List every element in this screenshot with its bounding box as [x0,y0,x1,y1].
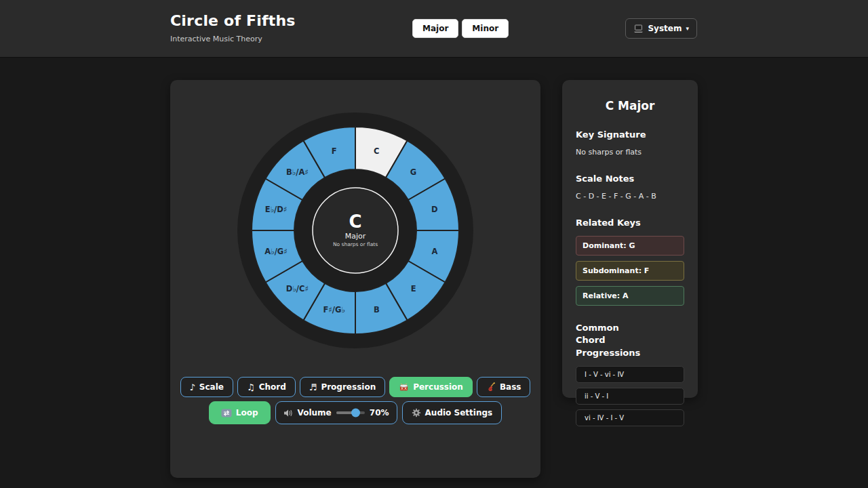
center-mode-label: Major [345,232,366,241]
instrument-row: ♪ Scale ♫ Chord ♬ Progression Percussion [170,377,540,397]
major-mode-button[interactable]: Major [412,19,458,38]
related-key-item[interactable]: Dominant: G [576,236,684,256]
progression-item[interactable]: vi - IV - I - V [576,409,684,426]
volume-control: Volume 70% [275,401,397,424]
volume-slider[interactable] [336,411,365,414]
key-info-panel: C Major Key Signature No sharps or flats… [562,80,698,398]
title-block: Circle of Fifths Interactive Music Theor… [170,14,296,43]
circle-segment-label: C [374,146,379,156]
loop-button-label: Loop [236,408,258,418]
minor-mode-button[interactable]: Minor [462,19,509,38]
theme-selector-label: System [648,24,682,33]
progression-button[interactable]: ♬ Progression [300,377,385,397]
chevron-down-icon: ▾ [686,25,689,32]
circle-segment-label: F [332,146,337,156]
progression-item[interactable]: I - V - vi - IV [576,366,684,383]
chord-button[interactable]: ♫ Chord [237,377,296,397]
audio-settings-label: Audio Settings [425,408,493,418]
volume-label: Volume [298,408,332,418]
monitor-icon [633,24,644,33]
beamed-notes-icon: ♫ [247,383,255,392]
volume-percent: 70% [370,408,389,418]
scale-notes-heading: Scale Notes [576,173,684,186]
audio-settings-button[interactable]: Audio Settings [402,401,502,424]
mode-toggle-group: Major Minor [412,19,509,38]
circle-panel: CGDAEBF♯/G♭D♭/C♯A♭/G♯E♭/D♯B♭/A♯FCMajorNo… [170,80,540,478]
key-signature-heading: Key Signature [576,129,684,142]
related-key-item[interactable]: Subdominant: F [576,261,684,281]
center-signature-label: No sharps or flats [333,241,378,247]
circle-segment-label: E♭/D♯ [265,205,288,214]
scale-notes-value: C - D - E - F - G - A - B [576,192,684,201]
theme-selector-button[interactable]: System ▾ [625,18,697,39]
progression-button-label: Progression [321,382,376,392]
related-key-item[interactable]: Relative: A [576,286,684,306]
page-title: Circle of Fifths [170,14,296,28]
progressions-heading: Common Chord Progressions [576,322,650,361]
selected-key-title: C Major [576,99,684,113]
scale-button[interactable]: ♪ Scale [180,377,233,397]
bass-button-label: Bass [500,382,521,392]
center-note-label: C [349,211,361,232]
guitar-icon [486,382,496,392]
circle-segment-label: A [431,247,437,256]
drum-icon [399,383,409,392]
loop-icon [221,409,232,418]
percussion-button[interactable]: Percussion [389,377,473,397]
circle-segment-label: B♭/A♯ [286,167,309,177]
circle-segment-label: D♭/C♯ [286,284,309,293]
loop-button[interactable]: Loop [209,401,271,424]
header: Circle of Fifths Interactive Music Theor… [0,0,868,58]
chord-button-label: Chord [259,382,286,392]
circle-of-fifths[interactable]: CGDAEBF♯/G♭D♭/C♯A♭/G♯E♭/D♯B♭/A♯FCMajorNo… [237,112,474,349]
bass-button[interactable]: Bass [477,377,531,397]
circle-segment-label: E [411,284,416,293]
circle-wrap: CGDAEBF♯/G♭D♭/C♯A♭/G♯E♭/D♯B♭/A♯FCMajorNo… [170,112,540,349]
circle-segment-label: G [410,167,416,177]
circle-segment-label: F♯/G♭ [323,305,344,314]
speaker-icon [283,409,293,418]
circle-segment-label: B [374,305,380,314]
page-subtitle: Interactive Music Theory [170,35,296,43]
eighth-note-icon: ♪ [190,383,195,392]
percussion-button-label: Percussion [413,382,463,392]
circle-segment-label: D [431,205,438,214]
gear-icon [412,408,421,418]
progression-item[interactable]: ii - V - I [576,388,684,405]
beamed-sixteenth-notes-icon: ♬ [309,383,317,392]
playback-row: Loop Volume 70% [170,401,540,424]
circle-segment-label: A♭/G♯ [264,247,288,256]
volume-slider-thumb[interactable] [351,409,360,418]
key-signature-value: No sharps or flats [576,148,684,157]
scale-button-label: Scale [199,382,224,392]
related-keys-heading: Related Keys [576,217,684,230]
